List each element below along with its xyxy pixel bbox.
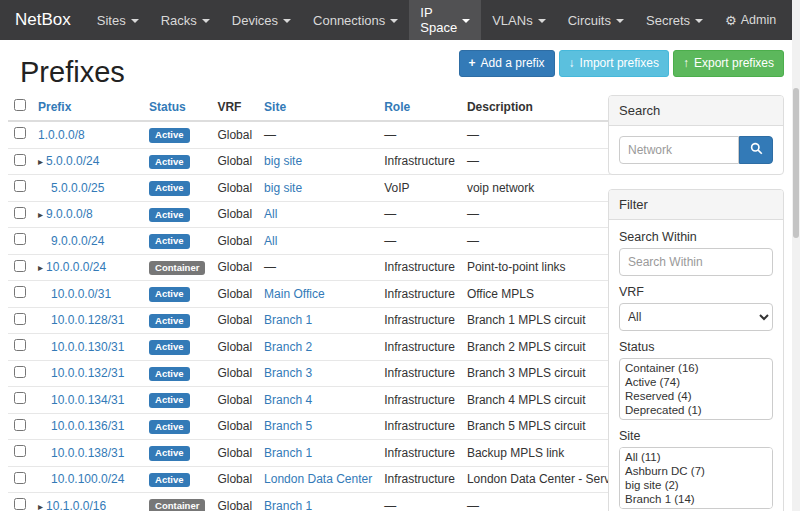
- row-checkbox[interactable]: [14, 180, 26, 192]
- prefix-link[interactable]: 5.0.0.0/24: [46, 154, 99, 168]
- plus-icon: +: [469, 57, 476, 69]
- row-checkbox[interactable]: [14, 260, 26, 272]
- navbar: NetBox Sites Racks Devices Connections I…: [0, 0, 800, 40]
- prefix-link[interactable]: 10.0.0.136/31: [51, 419, 124, 433]
- expand-caret-icon[interactable]: ▸: [38, 156, 43, 167]
- status-badge: Active: [149, 314, 190, 329]
- vrf-cell: Global: [211, 387, 258, 414]
- nav-item-racks[interactable]: Racks: [150, 0, 221, 40]
- nav-item-vlans[interactable]: VLANs: [481, 0, 556, 40]
- row-checkbox[interactable]: [14, 286, 26, 298]
- nav-item-connections[interactable]: Connections: [302, 0, 409, 40]
- nav-label: IP Space: [420, 5, 457, 35]
- site-link[interactable]: big site: [264, 154, 302, 168]
- site-link[interactable]: Main Office: [264, 287, 324, 301]
- table-row: ▸10.1.0.0/16 Container Global Branch 1 —…: [8, 493, 674, 511]
- prefix-link[interactable]: 10.0.0.138/31: [51, 446, 124, 460]
- row-checkbox[interactable]: [14, 127, 26, 139]
- expand-caret-icon[interactable]: ▸: [38, 262, 43, 273]
- expand-caret-icon[interactable]: ▸: [38, 209, 43, 220]
- row-checkbox[interactable]: [14, 233, 26, 245]
- row-checkbox[interactable]: [14, 154, 26, 166]
- status-badge: Active: [149, 393, 190, 408]
- site-link[interactable]: Branch 5: [264, 419, 312, 433]
- page-scrollbar[interactable]: [792, 0, 800, 511]
- row-checkbox[interactable]: [14, 472, 26, 484]
- row-checkbox[interactable]: [14, 445, 26, 457]
- filter-panel: Filter Search Within VRF All Status Cont…: [608, 189, 784, 511]
- status-badge: Active: [149, 181, 190, 196]
- select-all-checkbox[interactable]: [14, 99, 26, 111]
- row-checkbox[interactable]: [14, 498, 26, 510]
- caret-down-icon: [390, 19, 398, 23]
- admin-link[interactable]: ⚙Admin: [714, 0, 787, 40]
- row-checkbox[interactable]: [14, 313, 26, 325]
- status-badge: Active: [149, 340, 190, 355]
- site-link[interactable]: Branch 3: [264, 366, 312, 380]
- prefix-link[interactable]: 10.0.0.128/31: [51, 313, 124, 327]
- prefix-link[interactable]: 10.0.0.130/31: [51, 340, 124, 354]
- search-within-input[interactable]: [619, 248, 773, 276]
- prefix-link[interactable]: 9.0.0.0/24: [51, 234, 104, 248]
- prefix-link[interactable]: 10.0.0.0/31: [51, 287, 111, 301]
- site-link[interactable]: All: [264, 207, 277, 221]
- export-prefixes-label: Export prefixes: [694, 56, 774, 70]
- site-link[interactable]: Branch 1: [264, 313, 312, 327]
- role-cell: Infrastructure: [378, 307, 461, 334]
- main-nav: Sites Racks Devices Connections IP Space…: [86, 0, 714, 40]
- prefix-link[interactable]: 10.0.100.0/24: [51, 472, 124, 486]
- search-button[interactable]: [739, 136, 773, 164]
- nav-item-circuits[interactable]: Circuits: [557, 0, 635, 40]
- role-cell: —: [378, 228, 461, 255]
- page-scrollbar-thumb[interactable]: [793, 88, 799, 238]
- row-checkbox[interactable]: [14, 419, 26, 431]
- prefix-link[interactable]: 10.0.0.132/31: [51, 366, 124, 380]
- prefix-link[interactable]: 10.0.0.134/31: [51, 393, 124, 407]
- site-link[interactable]: Branch 4: [264, 393, 312, 407]
- prefix-link[interactable]: 1.0.0.0/8: [38, 128, 85, 142]
- row-checkbox[interactable]: [14, 207, 26, 219]
- nav-item-ip-space[interactable]: IP Space: [409, 0, 481, 40]
- site-link[interactable]: London Data Center: [264, 472, 372, 486]
- site-link[interactable]: big site: [264, 181, 302, 195]
- nav-item-secrets[interactable]: Secrets: [635, 0, 714, 40]
- status-badge: Active: [149, 155, 190, 170]
- caret-down-icon: [202, 19, 210, 23]
- role-cell: —: [378, 121, 461, 148]
- site-listbox[interactable]: All (11)Ashburn DC (7)big site (2)Branch…: [619, 447, 773, 509]
- row-checkbox[interactable]: [14, 392, 26, 404]
- sort-header-prefix[interactable]: Prefix: [38, 100, 71, 114]
- site-link[interactable]: All: [264, 234, 277, 248]
- add-prefix-button[interactable]: +Add a prefix: [459, 50, 555, 77]
- search-icon: [750, 142, 763, 158]
- nav-item-sites[interactable]: Sites: [86, 0, 150, 40]
- nav-label: Connections: [313, 13, 385, 28]
- export-prefixes-button[interactable]: ↑Export prefixes: [673, 50, 784, 77]
- search-input[interactable]: [619, 136, 739, 164]
- site-cell: —: [258, 254, 378, 281]
- sort-header-site[interactable]: Site: [264, 100, 286, 114]
- sort-header-role[interactable]: Role: [384, 100, 410, 114]
- table-row: 1.0.0.0/8 Active Global — — —: [8, 121, 674, 148]
- status-listbox[interactable]: Container (16)Active (74)Reserved (4)Dep…: [619, 358, 773, 420]
- sort-header-status[interactable]: Status: [149, 100, 186, 114]
- site-link[interactable]: Branch 1: [264, 499, 312, 511]
- row-checkbox[interactable]: [14, 366, 26, 378]
- prefix-link[interactable]: 5.0.0.0/25: [51, 181, 104, 195]
- action-buttons: +Add a prefix ↓Import prefixes ↑Export p…: [459, 50, 784, 77]
- prefix-link[interactable]: 10.0.0.0/24: [46, 260, 106, 274]
- prefix-link[interactable]: 9.0.0.0/8: [46, 207, 93, 221]
- site-link[interactable]: Branch 2: [264, 340, 312, 354]
- table-row: 10.0.0.132/31 Active Global Branch 3 Inf…: [8, 360, 674, 387]
- import-prefixes-button[interactable]: ↓Import prefixes: [559, 50, 669, 77]
- nav-label: VLANs: [492, 13, 532, 28]
- nav-item-devices[interactable]: Devices: [221, 0, 302, 40]
- vrf-filter-label: VRF: [619, 285, 773, 299]
- prefix-link[interactable]: 10.1.0.0/16: [46, 499, 106, 511]
- vrf-select[interactable]: All: [619, 303, 773, 331]
- site-link[interactable]: Branch 1: [264, 446, 312, 460]
- expand-caret-icon[interactable]: ▸: [38, 501, 43, 511]
- brand-logo[interactable]: NetBox: [0, 0, 86, 40]
- row-checkbox[interactable]: [14, 339, 26, 351]
- table-row: 9.0.0.0/24 Active Global All — —: [8, 228, 674, 255]
